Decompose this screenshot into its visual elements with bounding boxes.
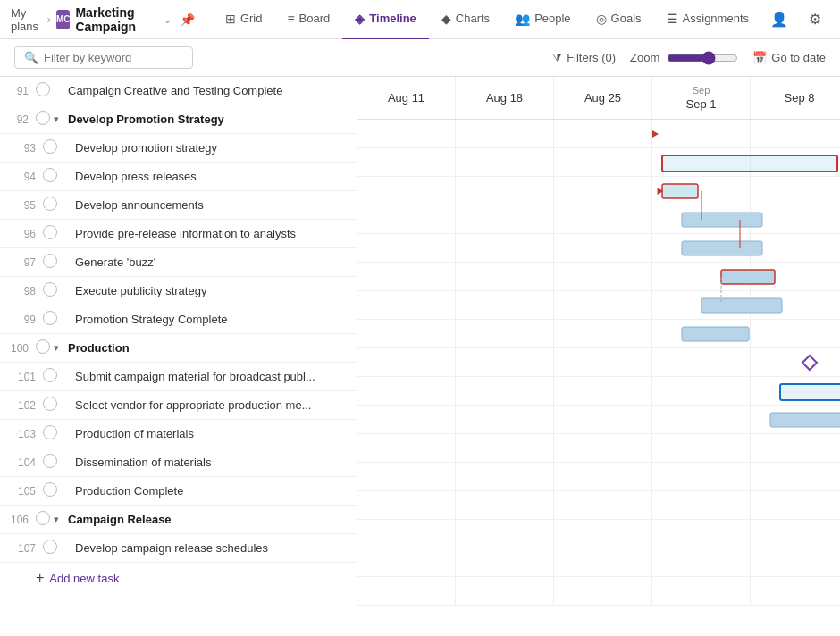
row-checkbox[interactable] [43,282,61,299]
gantt-cell [751,263,840,291]
filter-input[interactable] [44,51,169,64]
table-row[interactable]: 91 Campaign Creative and Testing Complet… [0,77,357,105]
row-number: 104 [14,456,43,469]
gantt-cell [357,377,456,406]
table-row[interactable]: 97 Generate 'buzz' [0,248,357,277]
goto-date-label: Go to date [771,51,826,64]
row-checkbox[interactable] [36,511,54,528]
filter-icon: ⧩ [552,51,562,65]
table-row[interactable]: 92 ▾ Develop Promotion Strategy [0,105,357,134]
gantt-cell [751,205,840,234]
my-plans-link[interactable]: My plans [11,6,42,33]
gantt-cell [554,491,652,520]
pin-icon[interactable]: 📌 [180,13,195,27]
gantt-cell [652,205,751,234]
tab-timeline[interactable]: ◈ Timeline [342,0,429,39]
row-checkbox[interactable] [43,454,61,471]
task-label: Campaign Release [68,513,349,526]
gantt-cell [751,577,840,606]
gantt-cell [554,177,652,205]
filters-button[interactable]: ⧩ Filters (0) [552,51,616,65]
add-task-button[interactable]: + Add new task [0,563,357,593]
table-row[interactable]: 105 Production Complete [0,477,357,506]
gantt-row [357,177,840,205]
row-checkbox[interactable] [43,425,61,442]
gantt-cell [554,348,652,377]
table-row[interactable]: 103 Production of materials [0,420,357,448]
table-row[interactable]: 107 Develop campaign release schedules [0,534,357,563]
row-number: 98 [14,285,43,297]
date-label: Sep 8 [785,91,815,105]
share-button[interactable]: 👤 [765,5,794,34]
gantt-cell [554,577,652,606]
gantt-cell [456,263,554,291]
table-row[interactable]: 98 Execute publicity strategy [0,277,357,305]
table-row[interactable]: 100 ▾ Production [0,334,357,363]
row-number: 105 [14,485,43,498]
gantt-cell [554,263,652,291]
row-number: 97 [14,256,43,269]
tab-grid[interactable]: ⊞ Grid [213,0,275,39]
row-checkbox[interactable] [43,540,61,556]
tab-board[interactable]: ≡ Board [274,0,342,39]
row-checkbox[interactable] [43,482,61,499]
table-row[interactable]: 104 Dissemination of materials [0,448,357,477]
table-row[interactable]: 106 ▾ Campaign Release [0,506,357,534]
gantt-cell [357,491,456,520]
gantt-cell [554,234,652,263]
expand-icon[interactable]: ▾ [54,514,68,525]
gantt-cell [456,548,554,577]
tab-charts[interactable]: ◆ Charts [429,0,502,39]
row-number: 91 [7,85,36,97]
row-checkbox[interactable] [36,82,54,99]
timeline-icon: ◈ [355,12,365,26]
row-number: 103 [14,428,43,440]
row-checkbox[interactable] [43,311,61,328]
gantt-cell [554,548,652,577]
toolbar-right: ⧩ Filters (0) Zoom 📅 Go to date [552,51,826,65]
expand-icon[interactable]: ▾ [54,342,68,354]
goto-date-button[interactable]: 📅 Go to date [752,51,826,64]
gantt-header-col: Aug 18 [456,77,554,119]
table-row[interactable]: 102 Select vendor for appropriate produc… [0,391,357,420]
tab-timeline-label: Timeline [369,12,416,25]
table-row[interactable]: 101 Submit campaign material for broadca… [0,363,357,391]
gantt-cell [456,320,554,348]
tab-goals[interactable]: ◎ Goals [584,0,654,39]
project-chevron[interactable]: ⌄ [163,13,172,26]
gantt-cell [357,205,456,234]
table-row[interactable]: 99 Promotion Strategy Complete [0,305,357,334]
row-checkbox[interactable] [43,397,61,414]
gantt-cell [554,148,652,177]
row-checkbox[interactable] [43,254,61,271]
gantt-rows [357,120,840,606]
gantt-cell [652,348,751,377]
gantt-cell [554,434,652,463]
table-row[interactable]: 93 Develop promotion strategy [0,134,357,163]
charts-icon: ◆ [441,12,451,26]
task-label: Provide pre-release information to analy… [75,227,349,240]
table-row[interactable]: 96 Provide pre-release information to an… [0,220,357,248]
row-number: 106 [7,514,36,526]
zoom-slider[interactable] [667,51,738,65]
task-list: 91 Campaign Creative and Testing Complet… [0,77,357,636]
gantt-cell [554,120,652,148]
row-checkbox[interactable] [36,111,54,128]
row-checkbox[interactable] [43,225,61,242]
goals-icon: ◎ [596,12,607,26]
table-row[interactable]: 95 Develop announcements [0,191,357,220]
tab-people[interactable]: 👥 People [502,0,583,39]
tab-assignments[interactable]: ☰ Assignments [654,0,761,39]
row-number: 99 [14,314,43,326]
gantt-cell [751,120,840,148]
gantt-cell [554,205,652,234]
account-button[interactable]: ⚙ [801,5,829,34]
row-checkbox[interactable] [43,139,61,156]
row-checkbox[interactable] [36,339,54,356]
expand-icon[interactable]: ▾ [54,113,68,125]
row-checkbox[interactable] [43,197,61,213]
filter-input-wrap[interactable]: 🔍 [14,46,193,69]
row-checkbox[interactable] [43,168,61,185]
table-row[interactable]: 94 Develop press releases [0,163,357,191]
row-checkbox[interactable] [43,368,61,385]
